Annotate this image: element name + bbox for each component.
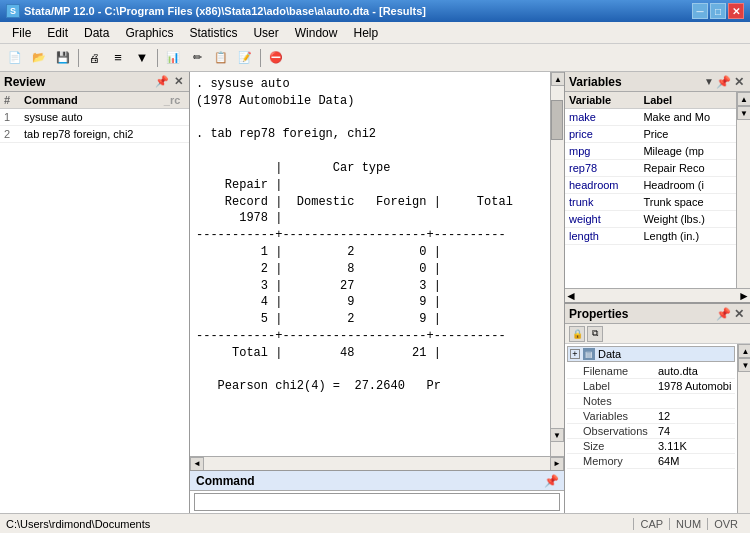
review-controls: 📌 ✕ [155, 75, 185, 89]
prop-row-5-val: 3.11K [658, 440, 731, 452]
var-scroll-left[interactable]: ◄ [565, 289, 577, 302]
var-row-3[interactable]: rep78Repair Reco [565, 160, 736, 177]
prop-row-6-key: Memory [583, 455, 658, 467]
review-row-2[interactable]: 2 tab rep78 foreign, chi2 [0, 126, 189, 143]
toolbar-btn-2[interactable]: ≡ [107, 47, 129, 69]
prop-expand-icon[interactable]: + [570, 349, 580, 359]
filter-icon[interactable]: ▼ [704, 76, 714, 87]
results-wrapper: . sysuse auto (1978 Automobile Data) . t… [190, 72, 564, 456]
prop-scroll-up[interactable]: ▲ [738, 344, 750, 358]
break-button[interactable]: ⛔ [265, 47, 287, 69]
review-row-1-cmd: sysuse auto [20, 109, 160, 126]
var-scroll-up[interactable]: ▲ [737, 92, 750, 106]
menu-graphics[interactable]: Graphics [117, 22, 181, 43]
review-pin[interactable]: 📌 [155, 75, 169, 89]
var-row-0-label: Make and Mo [639, 109, 736, 126]
status-indicators: CAP NUM OVR [633, 518, 744, 530]
var-row-4-label: Headroom (i [639, 177, 736, 194]
results-scrollbar-v[interactable]: ▲ ▼ [550, 72, 564, 456]
properties-scrollbar[interactable]: ▲ ▼ [737, 344, 750, 513]
scroll-right-arrow[interactable]: ► [550, 457, 564, 471]
scroll-left-arrow[interactable]: ◄ [190, 457, 204, 471]
var-row-1[interactable]: pricePrice [565, 126, 736, 143]
properties-panel: Properties 📌 ✕ 🔒 ⧉ + ▤ Data [565, 303, 750, 513]
review-row-1-rc [160, 109, 189, 126]
prop-lock-btn[interactable]: 🔒 [569, 326, 585, 342]
command-area: Command 📌 [190, 470, 564, 513]
prop-row-2-key: Notes [583, 395, 658, 407]
variables-panel: Variables ▼ 📌 ✕ Variable Label [565, 72, 750, 303]
var-scroll-right[interactable]: ► [738, 289, 750, 302]
main-layout: Review 📌 ✕ # Command _rc 1 sysuse auto [0, 72, 750, 513]
var-row-6-name: weight [565, 211, 639, 228]
status-num: NUM [669, 518, 707, 530]
var-row-2[interactable]: mpgMileage (mp [565, 143, 736, 160]
var-row-6-label: Weight (lbs.) [639, 211, 736, 228]
scroll-down-arrow[interactable]: ▼ [550, 428, 564, 442]
command-pin[interactable]: 📌 [544, 474, 558, 488]
prop-rows: Filenameauto.dtaLabel1978 AutomobiNotesV… [567, 364, 735, 469]
prop-scroll-down[interactable]: ▼ [738, 358, 750, 372]
prop-copy-btn[interactable]: ⧉ [587, 326, 603, 342]
variables-scrollbar[interactable]: ▲ ▼ [736, 92, 750, 288]
var-h-track [577, 289, 738, 302]
menu-data[interactable]: Data [76, 22, 117, 43]
properties-tree: + ▤ Data Filenameauto.dtaLabel1978 Autom… [565, 344, 737, 513]
prop-row-0-val: auto.dta [658, 365, 731, 377]
menu-statistics[interactable]: Statistics [181, 22, 245, 43]
app-icon: S [6, 4, 20, 18]
properties-toolbar: 🔒 ⧉ [565, 324, 750, 344]
menu-user[interactable]: User [245, 22, 286, 43]
variables-close[interactable]: ✕ [732, 75, 746, 89]
menu-bar: File Edit Data Graphics Statistics User … [0, 22, 750, 44]
maximize-button[interactable]: □ [710, 3, 726, 19]
command-title: Command [196, 474, 255, 488]
prop-data-section[interactable]: + ▤ Data [567, 346, 735, 362]
editor-button[interactable]: ✏ [186, 47, 208, 69]
command-input[interactable] [194, 493, 560, 511]
var-row-4[interactable]: headroomHeadroom (i [565, 177, 736, 194]
var-row-7[interactable]: lengthLength (in.) [565, 228, 736, 245]
menu-edit[interactable]: Edit [39, 22, 76, 43]
variables-pin[interactable]: 📌 [716, 75, 730, 89]
variables-header: Variables ▼ 📌 ✕ [565, 72, 750, 92]
print-button[interactable]: 🖨 [83, 47, 105, 69]
menu-window[interactable]: Window [287, 22, 346, 43]
scroll-thumb[interactable] [551, 100, 563, 140]
var-scroll-down[interactable]: ▼ [737, 106, 750, 120]
close-button[interactable]: ✕ [728, 3, 744, 19]
do-editor-button[interactable]: 📝 [234, 47, 256, 69]
var-row-5[interactable]: trunkTrunk space [565, 194, 736, 211]
menu-file[interactable]: File [4, 22, 39, 43]
var-h-scrollbar: ◄ ► [565, 288, 750, 302]
var-row-5-name: trunk [565, 194, 639, 211]
prop-row-2: Notes [567, 394, 735, 409]
var-row-3-name: rep78 [565, 160, 639, 177]
properties-title: Properties [569, 307, 628, 321]
properties-close[interactable]: ✕ [732, 307, 746, 321]
review-close[interactable]: ✕ [171, 75, 185, 89]
scroll-up-arrow[interactable]: ▲ [551, 72, 564, 86]
toolbar-separator-2 [157, 49, 158, 67]
prop-row-4: Observations74 [567, 424, 735, 439]
open-button[interactable]: 📂 [28, 47, 50, 69]
minimize-button[interactable]: ─ [692, 3, 708, 19]
window-controls: ─ □ ✕ [692, 3, 744, 19]
properties-pin[interactable]: 📌 [716, 307, 730, 321]
new-file-button[interactable]: 📄 [4, 47, 26, 69]
graph-button[interactable]: 📊 [162, 47, 184, 69]
prop-row-3-val: 12 [658, 410, 731, 422]
review-row-1[interactable]: 1 sysuse auto [0, 109, 189, 126]
status-cap: CAP [633, 518, 669, 530]
var-row-0[interactable]: makeMake and Mo [565, 109, 736, 126]
var-row-6[interactable]: weightWeight (lbs.) [565, 211, 736, 228]
command-input-row [190, 491, 564, 513]
prop-row-6: Memory64M [567, 454, 735, 469]
toolbar-dropdown[interactable]: ▼ [131, 47, 153, 69]
save-button[interactable]: 💾 [52, 47, 74, 69]
h-scroll-track[interactable] [204, 459, 550, 469]
menu-help[interactable]: Help [345, 22, 386, 43]
toolbar-separator-3 [260, 49, 261, 67]
data-editor-button[interactable]: 📋 [210, 47, 232, 69]
review-row-1-num: 1 [0, 109, 20, 126]
